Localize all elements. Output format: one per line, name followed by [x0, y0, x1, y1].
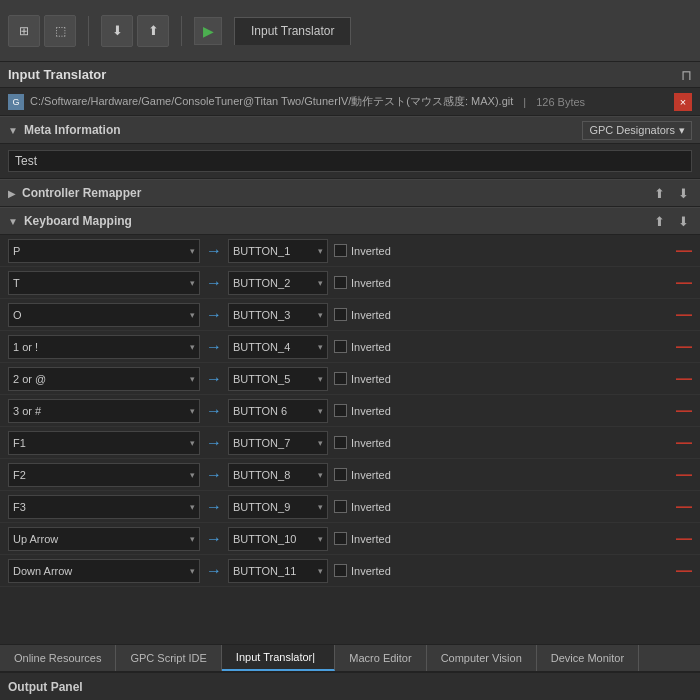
key-select-5[interactable]: 3 or # ▾ — [8, 399, 200, 423]
bottom-tab-gpc-script-ide[interactable]: GPC Script IDE — [116, 645, 221, 671]
inverted-checkbox-2[interactable] — [334, 308, 347, 321]
inverted-label-8[interactable]: Inverted — [334, 500, 391, 513]
remove-btn-4[interactable]: — — [676, 371, 692, 387]
toolbar-btn-1[interactable]: ⊞ — [8, 15, 40, 47]
arrow-icon-10: → — [206, 562, 222, 580]
mapping-row: Up Arrow ▾ → BUTTON_10 ▾ Inverted — — [0, 523, 700, 555]
controller-remove-btn[interactable]: ⬇ — [674, 184, 692, 202]
meta-section-header: ▼ Meta Information GPC Designators ▾ — [0, 116, 700, 144]
keyboard-up-btn[interactable]: ⬆ — [650, 212, 668, 230]
top-tab-input-translator[interactable]: Input Translator — [234, 17, 351, 45]
key-select-1[interactable]: T ▾ — [8, 271, 200, 295]
inverted-label-7[interactable]: Inverted — [334, 468, 391, 481]
close-button[interactable]: × — [674, 93, 692, 111]
key-select-10[interactable]: Down Arrow ▾ — [8, 559, 200, 583]
keyboard-down-btn[interactable]: ⬇ — [674, 212, 692, 230]
button-chevron-3: ▾ — [318, 342, 323, 352]
button-select-0[interactable]: BUTTON_1 ▾ — [228, 239, 328, 263]
controller-collapse-arrow[interactable]: ▶ — [8, 188, 16, 199]
remove-btn-10[interactable]: — — [676, 563, 692, 579]
keyboard-collapse-arrow[interactable]: ▼ — [8, 216, 18, 227]
key-select-9[interactable]: Up Arrow ▾ — [8, 527, 200, 551]
bottom-tab-input-translator[interactable]: Input Translator| — [222, 645, 335, 671]
button-select-7[interactable]: BUTTON_8 ▾ — [228, 463, 328, 487]
keyboard-section-header: ▼ Keyboard Mapping ⬆ ⬇ — [0, 207, 700, 235]
play-button[interactable]: ▶ — [194, 17, 222, 45]
key-select-7[interactable]: F2 ▾ — [8, 463, 200, 487]
inverted-checkbox-6[interactable] — [334, 436, 347, 449]
bottom-tab-computer-vision[interactable]: Computer Vision — [427, 645, 537, 671]
key-select-3[interactable]: 1 or ! ▾ — [8, 335, 200, 359]
inverted-label-0[interactable]: Inverted — [334, 244, 391, 257]
key-chevron-4: ▾ — [190, 374, 195, 384]
remove-btn-2[interactable]: — — [676, 307, 692, 323]
arrow-icon-8: → — [206, 498, 222, 516]
button-select-11[interactable]: BUTTON_12 ▾ — [228, 591, 328, 592]
bottom-tab-macro-editor[interactable]: Macro Editor — [335, 645, 426, 671]
window-title: Input Translator — [8, 67, 106, 82]
remove-btn-1[interactable]: — — [676, 275, 692, 291]
toolbar-btn-2[interactable]: ⬚ — [44, 15, 76, 47]
remove-btn-3[interactable]: — — [676, 339, 692, 355]
button-select-4[interactable]: BUTTON_5 ▾ — [228, 367, 328, 391]
button-select-3[interactable]: BUTTON_4 ▾ — [228, 335, 328, 359]
key-select-11[interactable]: Left Arrow ▾ — [8, 591, 200, 592]
inverted-label-5[interactable]: Inverted — [334, 404, 391, 417]
meta-name-input[interactable] — [8, 150, 692, 172]
arrow-icon-6: → — [206, 434, 222, 452]
remove-btn-5[interactable]: — — [676, 403, 692, 419]
mapping-row: 1 or ! ▾ → BUTTON_4 ▾ Inverted — — [0, 331, 700, 363]
inverted-checkbox-3[interactable] — [334, 340, 347, 353]
gpc-designators-dropdown[interactable]: GPC Designators ▾ — [582, 121, 692, 140]
button-select-2[interactable]: BUTTON_3 ▾ — [228, 303, 328, 327]
button-select-9[interactable]: BUTTON_10 ▾ — [228, 527, 328, 551]
key-value-2: O — [13, 309, 22, 321]
inverted-checkbox-4[interactable] — [334, 372, 347, 385]
key-select-6[interactable]: F1 ▾ — [8, 431, 200, 455]
key-chevron-10: ▾ — [190, 566, 195, 576]
inverted-text-7: Inverted — [351, 469, 391, 481]
button-select-5[interactable]: BUTTON 6 ▾ — [228, 399, 328, 423]
keyboard-section-actions: ⬆ ⬇ — [650, 212, 692, 230]
inverted-checkbox-9[interactable] — [334, 532, 347, 545]
button-select-1[interactable]: BUTTON_2 ▾ — [228, 271, 328, 295]
remove-btn-9[interactable]: — — [676, 531, 692, 547]
inverted-text-5: Inverted — [351, 405, 391, 417]
dropdown-chevron: ▾ — [679, 124, 685, 137]
inverted-label-3[interactable]: Inverted — [334, 340, 391, 353]
button-select-10[interactable]: BUTTON_11 ▾ — [228, 559, 328, 583]
inverted-checkbox-0[interactable] — [334, 244, 347, 257]
key-chevron-5: ▾ — [190, 406, 195, 416]
button-chevron-4: ▾ — [318, 374, 323, 384]
inverted-checkbox-5[interactable] — [334, 404, 347, 417]
inverted-checkbox-7[interactable] — [334, 468, 347, 481]
button-select-6[interactable]: BUTTON_7 ▾ — [228, 431, 328, 455]
remove-btn-6[interactable]: — — [676, 435, 692, 451]
toolbar-btn-upload[interactable]: ⬆ — [137, 15, 169, 47]
inverted-checkbox-8[interactable] — [334, 500, 347, 513]
inverted-label-10[interactable]: Inverted — [334, 564, 391, 577]
bottom-tab-device-monitor[interactable]: Device Monitor — [537, 645, 639, 671]
inverted-label-9[interactable]: Inverted — [334, 532, 391, 545]
key-select-2[interactable]: O ▾ — [8, 303, 200, 327]
button-chevron-1: ▾ — [318, 278, 323, 288]
inverted-label-4[interactable]: Inverted — [334, 372, 391, 385]
button-select-8[interactable]: BUTTON_9 ▾ — [228, 495, 328, 519]
key-select-8[interactable]: F3 ▾ — [8, 495, 200, 519]
remove-btn-8[interactable]: — — [676, 499, 692, 515]
remove-btn-7[interactable]: — — [676, 467, 692, 483]
pin-icon[interactable]: ⊓ — [681, 67, 692, 83]
inverted-label-6[interactable]: Inverted — [334, 436, 391, 449]
controller-add-btn[interactable]: ⬆ — [650, 184, 668, 202]
meta-collapse-arrow[interactable]: ▼ — [8, 125, 18, 136]
key-select-0[interactable]: P ▾ — [8, 239, 200, 263]
inverted-checkbox-1[interactable] — [334, 276, 347, 289]
toolbar-icon-group-1: ⊞ ⬚ — [8, 15, 76, 47]
inverted-label-2[interactable]: Inverted — [334, 308, 391, 321]
remove-btn-0[interactable]: — — [676, 243, 692, 259]
bottom-tab-online-resources[interactable]: Online Resources — [0, 645, 116, 671]
inverted-label-1[interactable]: Inverted — [334, 276, 391, 289]
key-select-4[interactable]: 2 or @ ▾ — [8, 367, 200, 391]
inverted-checkbox-10[interactable] — [334, 564, 347, 577]
toolbar-btn-download[interactable]: ⬇ — [101, 15, 133, 47]
